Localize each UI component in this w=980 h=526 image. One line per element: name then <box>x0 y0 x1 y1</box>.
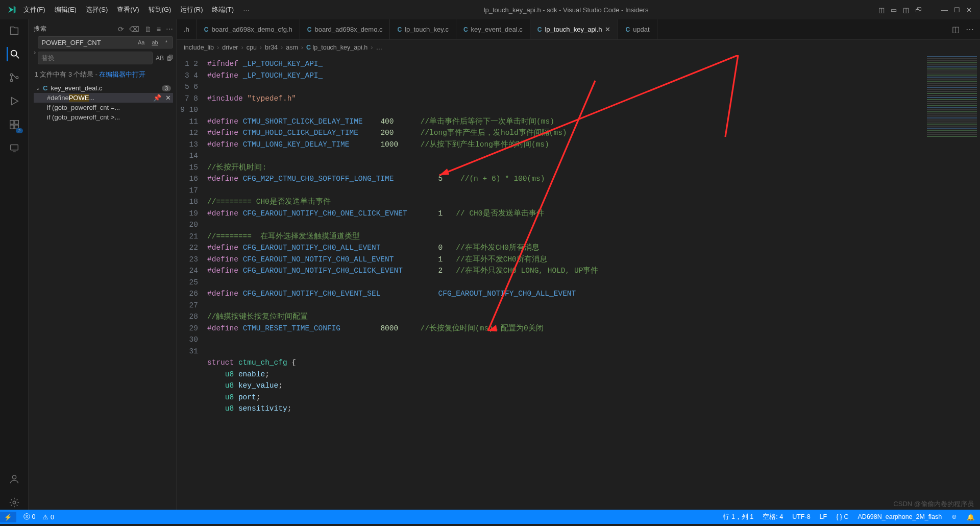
source-control-icon[interactable] <box>7 70 21 85</box>
notifications-icon[interactable]: 🔔 <box>967 513 975 521</box>
pin-icon[interactable]: 📌 <box>153 94 161 102</box>
main-menu[interactable]: 文件(F) 编辑(E) 选择(S) 查看(V) 转到(G) 运行(R) 终端(T… <box>19 3 254 16</box>
remote-icon[interactable] <box>7 141 21 155</box>
status-bar: ⚡ ⓧ 0 ⚠ 0 行 1，列 1 空格: 4 UTF-8 LF { } C A… <box>0 510 980 524</box>
search-results-summary: 1 文件中有 3 个结果 - 在编辑器中打开 <box>35 70 172 79</box>
svg-rect-10 <box>10 145 18 150</box>
toggle-replace-icon[interactable]: › <box>34 36 36 68</box>
explorer-icon[interactable] <box>7 23 21 38</box>
encoding[interactable]: UTF-8 <box>792 513 810 520</box>
eol[interactable]: LF <box>820 513 827 520</box>
minimize-icon[interactable]: — <box>941 6 948 14</box>
clear-icon[interactable]: ⌫ <box>129 25 139 33</box>
feedback-icon[interactable]: ☺ <box>951 513 958 520</box>
menu-more[interactable]: … <box>239 3 254 16</box>
menu-view[interactable]: 查看(V) <box>113 3 143 16</box>
language-mode[interactable]: { } C <box>836 513 848 520</box>
tab[interactable]: Ckey_event_deal.c <box>456 19 530 39</box>
menu-selection[interactable]: 选择(S) <box>82 3 112 16</box>
svg-rect-8 <box>10 125 13 129</box>
toggle-details-icon[interactable]: ≡ <box>157 25 161 33</box>
svg-point-4 <box>16 77 18 79</box>
tab[interactable]: Cboard_ad698x_demo.c <box>300 19 390 39</box>
menu-terminal[interactable]: 终端(T) <box>208 3 238 16</box>
dismiss-icon[interactable]: ✕ <box>165 94 171 102</box>
remote-indicator[interactable]: ⚡ <box>0 512 16 522</box>
breadcrumb-item[interactable]: … <box>376 44 382 51</box>
more-actions-icon[interactable]: ⋯ <box>966 25 974 34</box>
minimap[interactable] <box>924 55 980 510</box>
line-gutter: 1 2 3 4 5 6 7 8 9 10 11 12 13 14 15 16 1… <box>177 55 207 510</box>
tab[interactable]: Cboard_ad698x_demo_cfg.h <box>197 19 300 39</box>
editor-area: .hCboard_ad698x_demo_cfg.hCboard_ad698x_… <box>177 19 980 510</box>
regex-toggle[interactable]: * <box>163 38 169 46</box>
close-tab-icon[interactable]: ✕ <box>605 26 610 33</box>
layout-split-icon[interactable]: ◫ <box>903 6 909 14</box>
search-match[interactable]: if (goto_poweroff_cnt =... <box>34 103 173 112</box>
svg-point-12 <box>13 501 16 504</box>
new-file-icon[interactable]: 🗎 <box>144 25 152 33</box>
menu-run[interactable]: 运行(R) <box>176 3 207 16</box>
search-icon[interactable] <box>7 47 21 61</box>
svg-point-11 <box>12 475 16 479</box>
account-icon[interactable] <box>7 472 21 486</box>
tab[interactable]: .h <box>177 19 197 39</box>
activity-bar: 2 <box>0 19 29 510</box>
settings-gear-icon[interactable] <box>7 495 21 510</box>
open-in-editor-link[interactable]: 在编辑器中打开 <box>99 71 145 78</box>
refresh-icon[interactable]: ⟳ <box>118 25 124 33</box>
menu-file[interactable]: 文件(F) <box>19 3 50 16</box>
collapse-icon[interactable]: ⋯ <box>166 25 173 33</box>
svg-point-3 <box>10 79 12 81</box>
tab[interactable]: Clp_touch_key.c <box>390 19 456 39</box>
maximize-icon[interactable]: ☐ <box>954 6 960 14</box>
layout-panel-icon[interactable]: ◫ <box>878 6 885 14</box>
replace-all-icon[interactable]: 🗐 <box>167 55 173 62</box>
search-input[interactable] <box>41 39 134 46</box>
error-count[interactable]: ⓧ 0 <box>23 513 35 521</box>
preserve-case-toggle[interactable]: AB <box>156 55 164 62</box>
breadcrumb[interactable]: include_lib›driver›cpu›br34›asm›C lp_tou… <box>177 40 980 55</box>
window-title: lp_touch_key_api.h - sdk - Visual Studio… <box>254 6 878 14</box>
extensions-icon[interactable]: 2 <box>7 117 21 132</box>
layout-grid-icon[interactable]: 🗗 <box>915 6 922 14</box>
cursor-position[interactable]: 行 1，列 1 <box>723 513 753 521</box>
tab[interactable]: Cupdat <box>618 19 657 39</box>
tab[interactable]: Clp_touch_key_api.h✕ <box>530 19 619 39</box>
run-debug-icon[interactable] <box>7 94 21 108</box>
breadcrumb-item[interactable]: cpu <box>247 44 257 51</box>
indentation[interactable]: 空格: 4 <box>763 513 783 521</box>
whole-word-toggle[interactable]: ab <box>150 38 160 46</box>
search-panel-title: 搜索 <box>34 25 46 33</box>
svg-point-2 <box>10 74 12 76</box>
svg-line-1 <box>16 56 19 59</box>
vscode-insiders-icon <box>4 5 19 14</box>
search-panel: 搜索 ⟳ ⌫ 🗎 ≡ ⋯ › Aa ab * <box>29 19 177 510</box>
svg-marker-5 <box>11 98 18 105</box>
replace-input[interactable] <box>38 52 153 64</box>
match-case-toggle[interactable]: Aa <box>136 38 146 46</box>
split-editor-icon[interactable]: ◫ <box>952 25 960 34</box>
warning-count[interactable]: ⚠ 0 <box>42 513 54 521</box>
breadcrumb-item[interactable]: br34 <box>265 44 278 51</box>
layout-sidebar-icon[interactable]: ▭ <box>891 6 897 14</box>
tabs-bar: .hCboard_ad698x_demo_cfg.hCboard_ad698x_… <box>177 19 980 40</box>
code-editor[interactable]: #ifndef _LP_TOUCH_KEY_API_ #define _LP_T… <box>207 55 924 510</box>
menu-goto[interactable]: 转到(G) <box>144 3 176 16</box>
search-match[interactable]: #define POWE...📌✕ <box>34 93 173 103</box>
svg-rect-6 <box>10 121 13 124</box>
search-match[interactable]: if (goto_poweroff_cnt >... <box>34 112 173 122</box>
breadcrumb-item[interactable]: include_lib <box>184 44 214 51</box>
svg-rect-7 <box>14 121 18 124</box>
build-target[interactable]: AD698N_earphone_2M_flash <box>858 513 942 520</box>
breadcrumb-item[interactable]: C lp_touch_key_api.h <box>306 44 368 51</box>
breadcrumb-item[interactable]: asm <box>286 44 298 51</box>
menu-edit[interactable]: 编辑(E) <box>51 3 81 16</box>
search-result-file[interactable]: ⌄ C key_event_deal.c 3 <box>34 83 173 93</box>
svg-point-0 <box>11 51 16 56</box>
match-count-badge: 3 <box>162 85 171 91</box>
title-bar: 文件(F) 编辑(E) 选择(S) 查看(V) 转到(G) 运行(R) 终端(T… <box>0 0 980 19</box>
breadcrumb-item[interactable]: driver <box>222 44 238 51</box>
chevron-down-icon: ⌄ <box>36 85 40 91</box>
close-icon[interactable]: ✕ <box>966 6 972 14</box>
